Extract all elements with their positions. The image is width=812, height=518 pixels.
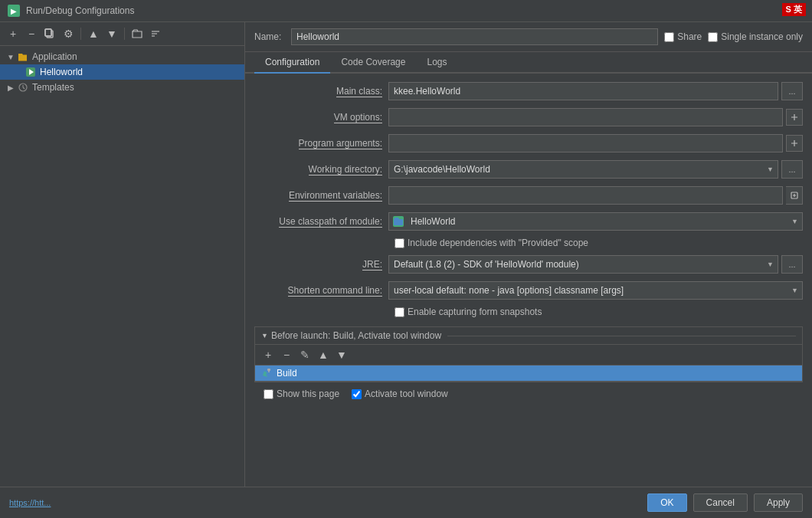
share-checkbox-label[interactable]: Share — [664, 31, 702, 42]
tab-configuration[interactable]: Configuration — [254, 52, 330, 74]
single-instance-checkbox-label[interactable]: Single instance only — [708, 31, 803, 42]
working-directory-label: Working directory: — [254, 164, 388, 175]
classpath-module-control: HelloWorld ▼ — [388, 212, 803, 231]
share-checkbox[interactable] — [664, 32, 674, 42]
program-arguments-expand-button[interactable] — [786, 135, 803, 152]
show-this-page-label[interactable]: Show this page — [264, 388, 339, 399]
activate-tool-window-label[interactable]: Activate tool window — [352, 388, 448, 399]
working-directory-control: ▼ ... — [388, 160, 803, 179]
working-directory-row: Working directory: ▼ ... — [254, 159, 803, 179]
vm-options-label: VM options: — [254, 112, 388, 123]
include-dependencies-text: Include dependencies with "Provided" sco… — [408, 238, 588, 248]
application-label: Application — [32, 51, 77, 62]
env-variables-expand-button[interactable] — [786, 186, 803, 205]
single-instance-checkbox[interactable] — [708, 32, 718, 42]
main-class-browse-button[interactable]: ... — [781, 82, 803, 100]
sort-button[interactable] — [147, 25, 164, 42]
shorten-cmd-row: Shorten command line: user-local default… — [254, 280, 803, 300]
dialog-icon: ▶ — [8, 5, 20, 17]
vm-options-control — [388, 108, 803, 126]
before-launch-line — [447, 336, 796, 336]
run-debug-dialog: ▶ Run/Debug Configurations S 英 + − ⚙ ▲ — [0, 0, 812, 518]
config-tree: ▼ Application — [0, 46, 244, 487]
before-launch-list: Build — [255, 366, 802, 381]
include-dependencies-checkbox[interactable] — [395, 238, 404, 248]
move-to-folder-button[interactable] — [129, 25, 146, 42]
tabs-bar: Configuration Code Coverage Logs — [245, 52, 812, 74]
config-area: Main class: ... VM options: — [245, 74, 812, 487]
svg-rect-13 — [267, 369, 270, 371]
vm-options-input[interactable] — [388, 108, 783, 126]
env-variables-row: Environment variables: — [254, 185, 803, 205]
activate-tool-window-checkbox[interactable] — [352, 389, 362, 399]
jre-wrapper: Default (1.8 (2) - SDK of 'HelloWorld' m… — [388, 255, 778, 274]
classpath-module-label: Use classpath of module: — [254, 216, 388, 227]
shorten-cmd-wrapper: user-local default: none - java [options… — [388, 281, 803, 300]
working-directory-browse-button[interactable]: ... — [781, 160, 803, 179]
vm-options-expand-button[interactable] — [786, 109, 803, 126]
tab-logs[interactable]: Logs — [416, 52, 457, 74]
vm-options-row: VM options: — [254, 107, 803, 127]
remove-config-button[interactable]: − — [23, 25, 40, 42]
left-panel: + − ⚙ ▲ ▼ — [0, 22, 245, 487]
name-input[interactable] — [291, 28, 658, 45]
main-class-input[interactable] — [388, 82, 778, 100]
include-dependencies-label[interactable]: Include dependencies with "Provided" sco… — [395, 238, 588, 248]
before-launch-down-button[interactable]: ▼ — [333, 346, 350, 363]
enable-capturing-row: Enable capturing form snapshots — [254, 307, 803, 317]
application-folder-icon — [17, 51, 29, 63]
helloworld-label: Helloworld — [40, 67, 83, 77]
tab-code-coverage[interactable]: Code Coverage — [330, 52, 416, 74]
before-launch-collapse-icon[interactable]: ▼ — [261, 332, 268, 339]
cancel-button[interactable]: Cancel — [693, 493, 748, 512]
shorten-cmd-control: user-local default: none - java [options… — [388, 281, 803, 300]
before-launch-item-build[interactable]: Build — [255, 366, 802, 381]
main-class-control: ... — [388, 82, 803, 100]
tree-item-templates[interactable]: ▶ Templates — [0, 80, 244, 95]
activate-tool-window-text: Activate tool window — [365, 388, 448, 399]
before-launch-edit-button[interactable]: ✎ — [296, 346, 313, 363]
before-launch-remove-button[interactable]: − — [278, 346, 295, 363]
shorten-cmd-label: Shorten command line: — [254, 285, 388, 296]
ok-button[interactable]: OK — [647, 493, 686, 512]
env-variables-control — [388, 186, 803, 205]
settings-config-button[interactable]: ⚙ — [60, 25, 77, 42]
footer-link[interactable]: https://htt... — [9, 498, 51, 507]
before-launch-add-button[interactable]: + — [260, 346, 277, 363]
single-instance-label: Single instance only — [721, 31, 803, 42]
main-class-label: Main class: — [254, 86, 388, 97]
enable-capturing-label[interactable]: Enable capturing form snapshots — [395, 307, 542, 317]
tree-item-helloworld[interactable]: Helloworld — [0, 64, 244, 80]
name-actions: Share Single instance only — [664, 31, 803, 42]
templates-label: Templates — [32, 82, 74, 93]
apply-button[interactable]: Apply — [754, 493, 803, 512]
shorten-cmd-select[interactable]: user-local default: none - java [options… — [388, 281, 803, 300]
jre-select[interactable]: Default (1.8 (2) - SDK of 'HelloWorld' m… — [388, 255, 778, 274]
copy-config-button[interactable] — [41, 25, 58, 42]
svg-rect-1 — [45, 29, 51, 36]
show-this-page-checkbox[interactable] — [264, 389, 273, 399]
classpath-module-row: Use classpath of module: HelloWorld — [254, 211, 803, 231]
application-toggle[interactable]: ▼ — [5, 51, 17, 63]
add-config-button[interactable]: + — [5, 25, 21, 42]
env-variables-input[interactable] — [388, 186, 783, 205]
working-directory-input[interactable] — [388, 160, 778, 179]
program-arguments-input[interactable] — [388, 134, 783, 152]
classpath-module-select[interactable]: HelloWorld — [388, 212, 803, 231]
share-label: Share — [677, 31, 702, 42]
program-arguments-row: Program arguments: — [254, 133, 803, 153]
env-variables-label: Environment variables: — [254, 190, 388, 201]
enable-capturing-checkbox[interactable] — [395, 307, 404, 317]
tree-item-application[interactable]: ▼ Application — [0, 49, 244, 64]
name-row: Name: Share Single instance only — [245, 22, 812, 52]
move-up-button[interactable]: ▲ — [85, 25, 102, 42]
title-bar: ▶ Run/Debug Configurations S 英 — [0, 0, 812, 22]
templates-toggle[interactable]: ▶ — [5, 81, 17, 93]
before-launch-title: Before launch: Build, Activate tool wind… — [271, 330, 441, 341]
name-label: Name: — [254, 31, 285, 42]
dialog-title: Run/Debug Configurations — [26, 5, 134, 16]
toolbar-sep-2 — [124, 28, 125, 40]
before-launch-up-button[interactable]: ▲ — [315, 346, 332, 363]
move-down-button[interactable]: ▼ — [103, 25, 120, 42]
jre-browse-button[interactable]: ... — [781, 255, 803, 274]
